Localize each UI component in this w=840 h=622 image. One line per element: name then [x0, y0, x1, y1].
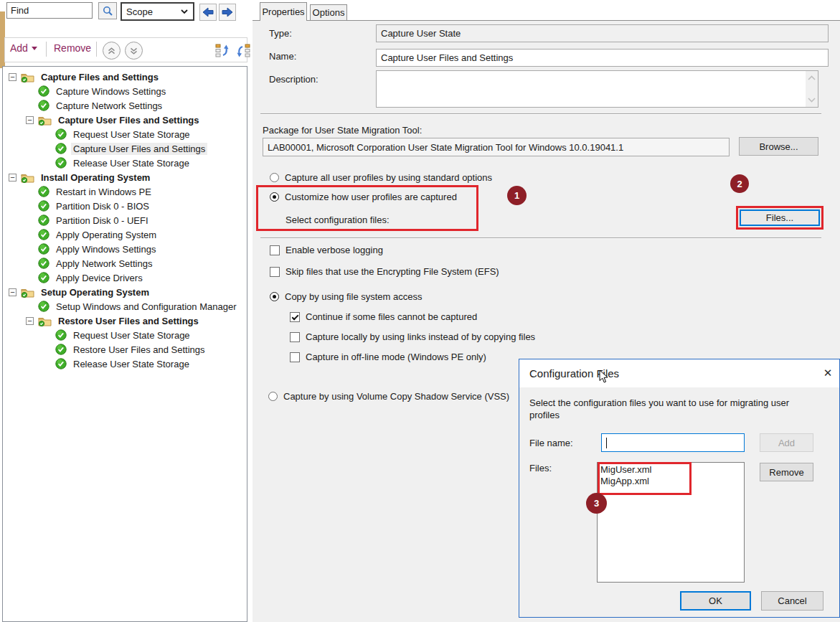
tree-item[interactable]: −Setup Operating System	[3, 285, 247, 299]
tree-item[interactable]: Apply Device Drivers	[3, 270, 247, 285]
ok-button[interactable]: OK	[680, 591, 751, 611]
radio-copy-filesystem[interactable]: Copy by using file system access	[270, 291, 422, 302]
tree-item[interactable]: Capture Network Settings	[3, 98, 247, 113]
file-name-input[interactable]	[601, 433, 745, 452]
tree-item-label: Apply Operating System	[54, 229, 159, 241]
tree-item[interactable]: Capture User Files and Settings	[3, 141, 247, 156]
tree-item-label: Partition Disk 0 - UEFI	[54, 215, 151, 227]
scope-select[interactable]: Scope	[121, 2, 194, 21]
tree-item[interactable]: Release User State Storage	[3, 357, 247, 371]
radio-capture-all-label: Capture all user profiles by using stand…	[285, 172, 492, 183]
radio-capture-all[interactable]: Capture all user profiles by using stand…	[270, 172, 492, 183]
tree-item-label: Apply Windows Settings	[54, 243, 158, 255]
package-field: LAB00001, Microsoft Corporation User Sta…	[263, 138, 730, 156]
chevron-double-down-icon	[130, 47, 138, 55]
checkbox-verbose[interactable]: Enable verbose logging	[270, 245, 383, 255]
tree-item[interactable]: −Restore User Files and Settings	[3, 314, 247, 328]
tab-properties-label: Properties	[262, 6, 304, 17]
tree-item[interactable]: Request User State Storage	[3, 127, 247, 141]
tree-item[interactable]: −Install Operating System	[3, 170, 247, 184]
tab-properties[interactable]: Properties	[260, 2, 307, 21]
search-button[interactable]	[98, 2, 117, 19]
radio-icon	[268, 392, 278, 401]
folder-group-icon	[21, 172, 34, 183]
tree-item-label: Capture Windows Settings	[54, 85, 168, 98]
type-field: Capture User State	[376, 24, 829, 42]
remove-button[interactable]: Remove	[54, 42, 91, 54]
annotation-badge-2: 2	[730, 174, 749, 193]
collapse-all-button[interactable]	[235, 42, 251, 59]
files-listbox[interactable]: MigUser.xmlMigApp.xml	[597, 462, 745, 583]
tree-item-label: Release User State Storage	[71, 157, 192, 169]
files-button[interactable]: Files...	[740, 209, 820, 226]
step-success-check-icon	[38, 272, 49, 283]
checkbox-links[interactable]: Capture locally by using links instead o…	[290, 331, 535, 342]
tab-options[interactable]: Options	[310, 4, 347, 20]
description-field[interactable]	[376, 70, 818, 108]
file-list-item[interactable]: MigApp.xml	[598, 476, 744, 487]
folder-group-icon	[21, 287, 34, 298]
tree-expander-icon[interactable]: −	[9, 174, 16, 182]
remove-button-dialog[interactable]: Remove	[760, 463, 813, 481]
radio-vss[interactable]: Capture by using Volume Copy Shadow Serv…	[268, 391, 509, 402]
step-success-check-icon	[38, 243, 49, 255]
description-label: Description:	[269, 74, 318, 85]
tree-item-label: Restore User Files and Settings	[56, 315, 201, 327]
tree-item[interactable]: Restore User Files and Settings	[3, 342, 247, 357]
find-input[interactable]: Find	[6, 2, 93, 19]
tree-item[interactable]: Release User State Storage	[3, 156, 247, 170]
tree-expander-icon[interactable]: −	[26, 317, 34, 325]
tree-expander-icon[interactable]: −	[9, 288, 16, 296]
cancel-button[interactable]: Cancel	[761, 591, 824, 611]
radio-icon	[270, 173, 279, 182]
checkbox-offline[interactable]: Capture in off-line mode (Windows PE onl…	[290, 352, 486, 362]
tree-item-label: Install Operating System	[39, 171, 152, 184]
step-success-check-icon	[55, 143, 67, 154]
expand-all-button[interactable]	[214, 42, 231, 59]
tree-item[interactable]: Apply Network Settings	[3, 256, 247, 270]
checkbox-offline-label: Capture in off-line mode (Windows PE onl…	[306, 352, 486, 362]
tree-item[interactable]: Restart in Windows PE	[3, 184, 247, 199]
folder-group-icon	[38, 316, 52, 326]
add-button-dialog[interactable]: Add	[760, 433, 813, 452]
tree-item[interactable]: Request User State Storage	[3, 328, 247, 342]
checkbox-efs[interactable]: Skip files that use the Encrypting File …	[270, 266, 499, 277]
tree-expander-icon[interactable]: −	[9, 73, 16, 81]
tree-item[interactable]: Apply Operating System	[3, 227, 247, 242]
close-button[interactable]: ✕	[818, 364, 837, 382]
tree-item[interactable]: Partition Disk 0 - BIOS	[3, 199, 247, 213]
task-sequence-editor: Find Scope Add Remove	[0, 0, 840, 622]
tree-expander-icon[interactable]: −	[26, 116, 34, 124]
tree-item-label: Apply Device Drivers	[54, 272, 145, 284]
task-sequence-tree[interactable]: −Capture Files and SettingsCapture Windo…	[2, 66, 247, 622]
tree-item-label: Restore User Files and Settings	[71, 344, 207, 356]
tree-item-label: Setup Operating System	[39, 286, 151, 298]
add-button[interactable]: Add	[10, 42, 37, 54]
tree-item[interactable]: Apply Windows Settings	[3, 242, 247, 256]
file-list-item[interactable]: MigUser.xml	[598, 464, 744, 476]
description-scrollbar[interactable]	[806, 71, 818, 107]
name-field[interactable]: Capture User Files and Settings	[376, 49, 829, 67]
mouse-cursor-icon	[599, 369, 608, 387]
tree-item[interactable]: Partition Disk 0 - UEFI	[3, 213, 247, 227]
annotation-badge-3: 3	[586, 493, 607, 514]
move-down-button[interactable]	[125, 42, 143, 60]
tree-item-label: Setup Windows and Configuration Manager	[54, 301, 238, 313]
expand-all-icon	[214, 42, 231, 59]
tree-item[interactable]: −Capture Files and Settings	[3, 70, 247, 84]
tree-item[interactable]: Capture Windows Settings	[3, 84, 247, 98]
checkbox-continue[interactable]: Continue if some files cannot be capture…	[290, 311, 477, 322]
tree-item-label: Capture User Files and Settings	[71, 143, 207, 155]
checkbox-continue-label: Continue if some files cannot be capture…	[306, 311, 477, 322]
tree-item[interactable]: −Capture User Files and Settings	[3, 113, 247, 127]
tree-item[interactable]: Setup Windows and Configuration Manager	[3, 299, 247, 314]
navigate-forward-button[interactable]	[219, 4, 236, 21]
radio-customize[interactable]: Customize how user profiles are captured	[270, 192, 457, 202]
move-up-button[interactable]	[103, 42, 121, 60]
navigate-back-button[interactable]	[199, 4, 217, 21]
radio-copy-filesystem-label: Copy by using file system access	[285, 291, 422, 302]
checkbox-icon	[290, 332, 300, 342]
step-success-check-icon	[38, 258, 49, 269]
close-icon: ✕	[824, 367, 833, 380]
browse-button[interactable]: Browse...	[739, 137, 818, 156]
